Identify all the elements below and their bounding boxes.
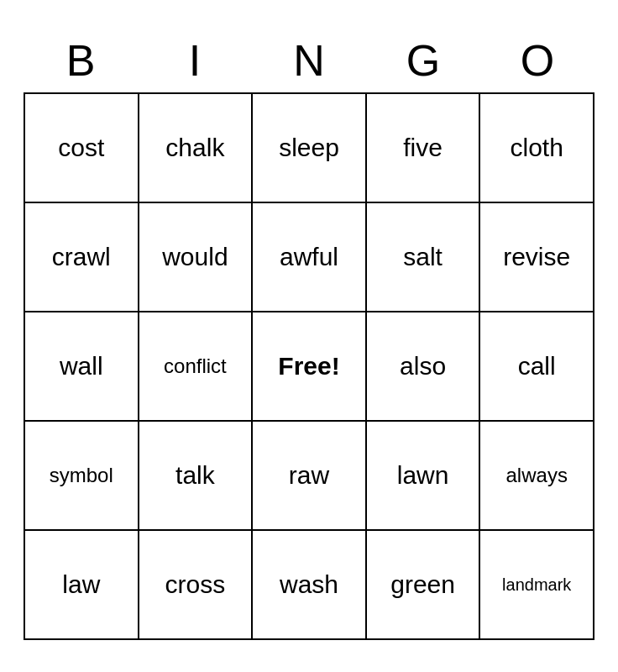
bingo-cell-1-4[interactable]: revise [480,203,594,312]
bingo-cell-0-1[interactable]: chalk [139,94,254,203]
bingo-card: BINGO costchalksleepfiveclothcrawlwoulda… [24,32,594,640]
header-letter-o: O [480,32,594,89]
bingo-cell-3-1[interactable]: talk [139,422,254,531]
bingo-header: BINGO [24,32,594,89]
bingo-cell-0-0[interactable]: cost [25,94,139,203]
bingo-cell-3-2[interactable]: raw [253,422,367,531]
bingo-cell-1-1[interactable]: would [139,203,254,312]
bingo-cell-2-3[interactable]: also [367,312,481,422]
bingo-cell-2-1[interactable]: conflict [139,312,254,422]
header-letter-b: B [24,32,138,89]
bingo-cell-3-4[interactable]: always [480,422,594,531]
bingo-cell-0-3[interactable]: five [367,94,481,203]
bingo-cell-3-3[interactable]: lawn [367,422,481,531]
bingo-cell-2-4[interactable]: call [480,312,594,422]
bingo-cell-2-2[interactable]: Free! [253,312,367,422]
bingo-cell-1-0[interactable]: crawl [25,203,139,312]
bingo-cell-3-0[interactable]: symbol [25,422,139,531]
bingo-cell-4-4[interactable]: landmark [480,531,594,640]
bingo-cell-0-4[interactable]: cloth [480,94,594,203]
bingo-cell-1-3[interactable]: salt [367,203,481,312]
header-letter-n: N [252,32,366,89]
bingo-grid: costchalksleepfiveclothcrawlwouldawfulsa… [24,92,594,640]
header-letter-g: G [366,32,480,89]
bingo-cell-4-0[interactable]: law [25,531,139,640]
bingo-cell-1-2[interactable]: awful [253,203,367,312]
bingo-cell-4-2[interactable]: wash [253,531,367,640]
bingo-cell-4-1[interactable]: cross [139,531,254,640]
bingo-cell-4-3[interactable]: green [367,531,481,640]
bingo-cell-0-2[interactable]: sleep [253,94,367,203]
header-letter-i: I [138,32,252,89]
bingo-cell-2-0[interactable]: wall [25,312,139,422]
